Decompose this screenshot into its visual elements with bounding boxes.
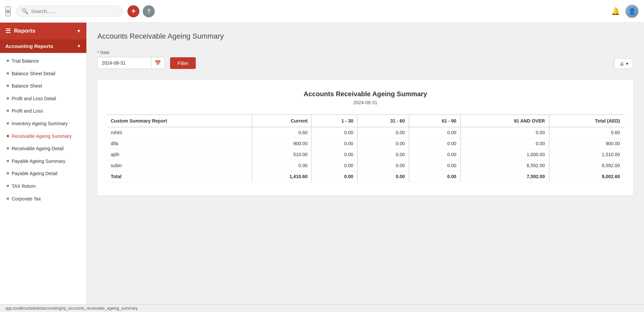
table-cell: 0.00 (312, 138, 358, 149)
sidebar-header-arrow-icon: ▼ (76, 28, 81, 34)
table-cell: 6,592.00 (549, 160, 624, 171)
sidebar-item-receivable-ageing-summary[interactable]: Receivable Ageing Summary (0, 130, 86, 143)
status-url: app.localhost/admin/accounting/rp_accoun… (5, 306, 138, 311)
date-input[interactable] (98, 58, 151, 68)
filter-button[interactable]: Filter (170, 57, 196, 69)
sidebar-dot-icon (7, 160, 9, 162)
sidebar-item-label: Receivable Ageing Summary (12, 133, 81, 140)
sidebar-item-label: Receivable Ageing Detail (12, 146, 81, 152)
table-cell: 0.00 (409, 138, 461, 149)
sidebar-app-name: Reports (14, 28, 35, 34)
sidebar-item-profit-loss[interactable]: Profit and Loss (0, 105, 86, 118)
sidebar-item-label: Balance Sheet (12, 83, 81, 90)
back-button[interactable]: « (5, 6, 11, 16)
sidebar-dot-icon (7, 60, 9, 62)
sidebar-dot-icon (7, 147, 9, 150)
top-bar-actions: + ? (127, 5, 155, 17)
report-card-title: Accounts Receivable Ageing Summary (107, 90, 624, 98)
main-content: Accounts Receivable Ageing Summary * Dat… (87, 23, 644, 304)
sidebar-header-left: ☰ Reports (5, 27, 35, 35)
add-button[interactable]: + (127, 5, 139, 17)
table-cell: 1,000.00 (461, 149, 549, 160)
sidebar-dot-icon (7, 110, 9, 112)
col-header-31-60: 31 - 60 (358, 115, 409, 127)
top-bar-right: 🔔 👤 (611, 5, 639, 18)
table-row: difa900.000.000.000.000.00900.00 (107, 138, 624, 149)
sidebar-item-trial-balance[interactable]: Trial Balance (0, 55, 86, 68)
help-button[interactable]: ? (143, 5, 155, 17)
sidebar-item-payable-ageing-summary[interactable]: Payable Ageing Summary (0, 155, 86, 168)
date-input-wrapper: 📅 (97, 57, 165, 69)
sidebar-section-accounting[interactable]: Accounting Reports ▼ (0, 39, 86, 53)
col-header-current: Current (252, 115, 312, 127)
report-table: Custom Summary Report Current 1 - 30 31 … (107, 115, 624, 182)
table-cell: 0.00 (409, 127, 461, 138)
sidebar-item-corporate-tax[interactable]: Corporate Tax (0, 193, 86, 205)
status-bar: app.localhost/admin/accounting/rp_accoun… (0, 304, 644, 312)
notification-bell-icon[interactable]: 🔔 (611, 7, 620, 16)
sidebar-dot-icon (7, 185, 9, 187)
sidebar-item-payable-ageing-detail[interactable]: Payable Ageing Detail (0, 167, 86, 180)
sidebar-item-label: Payable Ageing Summary (12, 158, 81, 165)
sidebar-section-arrow-icon: ▼ (77, 44, 81, 49)
table-total-cell: 0.00 (358, 171, 409, 182)
search-input[interactable] (31, 8, 117, 14)
top-bar: « 🔍 + ? 🔔 👤 (0, 0, 644, 23)
col-header-name: Custom Summary Report (107, 115, 252, 127)
sidebar-item-label: Inventory Ageing Summary (12, 121, 81, 127)
table-total-cell: 7,592.00 (461, 171, 549, 182)
sidebar-item-inventory-ageing-summary[interactable]: Inventory Ageing Summary (0, 118, 86, 130)
report-card-date: 2024-08-31 (107, 100, 624, 105)
sidebar-item-receivable-ageing-detail[interactable]: Receivable Ageing Detail (0, 143, 86, 155)
calendar-button[interactable]: 📅 (151, 57, 164, 69)
sidebar-dot-icon (7, 85, 9, 87)
table-cell: 0.00 (409, 160, 461, 171)
table-total-row: Total1,410.600.000.000.007,592.009,002.6… (107, 171, 624, 182)
sidebar-item-label: Balance Sheet Detail (12, 71, 81, 77)
sidebar-dot-icon (7, 72, 9, 75)
avatar[interactable]: 👤 (625, 5, 639, 18)
report-card: Accounts Receivable Ageing Summary 2024-… (97, 80, 633, 195)
col-header-total: Total (AED) (549, 115, 624, 127)
search-container: 🔍 (16, 6, 123, 17)
filter-row: * Date 📅 Filter 🖨 ▾ (97, 50, 633, 69)
table-cell: 0.00 (358, 149, 409, 160)
sidebar-item-label: Corporate Tax (12, 196, 81, 202)
table-row: subin0.000.000.000.006,592.006,592.00 (107, 160, 624, 171)
table-cell: 0.00 (312, 127, 358, 138)
table-cell: 6,592.00 (461, 160, 549, 171)
sidebar-dot-icon (7, 122, 9, 125)
table-cell: 0.00 (358, 127, 409, 138)
sidebar-section-label: Accounting Reports (5, 43, 53, 49)
table-cell: 510.00 (252, 149, 312, 160)
table-cell: 0.00 (358, 160, 409, 171)
table-row: rohini0.600.000.000.000.000.60 (107, 127, 624, 138)
col-header-1-30: 1 - 30 (312, 115, 358, 127)
sidebar-item-balance-sheet[interactable]: Balance Sheet (0, 80, 86, 93)
sidebar-item-label: Payable Ageing Detail (12, 170, 81, 177)
sidebar-item-label: Profit and Loss Detail (12, 96, 81, 102)
table-row: ajith510.000.000.000.001,000.001,510.00 (107, 149, 624, 160)
avatar-image: 👤 (626, 5, 638, 17)
print-button[interactable]: 🖨 ▾ (614, 58, 633, 69)
table-cell: 0.00 (461, 127, 549, 138)
table-cell: difa (107, 138, 252, 149)
table-cell: subin (107, 160, 252, 171)
table-header-row: Custom Summary Report Current 1 - 30 31 … (107, 115, 624, 127)
sidebar: ☰ Reports ▼ Accounting Reports ▼ Trial B… (0, 23, 87, 304)
sidebar-item-label: TAX Return (12, 183, 81, 190)
sidebar-item-balance-sheet-detail[interactable]: Balance Sheet Detail (0, 68, 86, 80)
filter-group-date: * Date 📅 (97, 50, 165, 69)
table-cell: rohini (107, 127, 252, 138)
table-cell: 0.00 (358, 138, 409, 149)
sidebar-item-tax-return[interactable]: TAX Return (0, 180, 86, 193)
printer-icon: 🖨 (619, 61, 624, 66)
table-cell: 0.60 (549, 127, 624, 138)
layout: ☰ Reports ▼ Accounting Reports ▼ Trial B… (0, 23, 644, 304)
sidebar-header[interactable]: ☰ Reports ▼ (0, 23, 86, 39)
sidebar-dot-icon (7, 197, 9, 200)
table-cell: 0.00 (312, 149, 358, 160)
sidebar-item-profit-loss-detail[interactable]: Profit and Loss Detail (0, 93, 86, 105)
table-cell: 0.00 (461, 138, 549, 149)
sidebar-dot-icon (7, 135, 9, 137)
